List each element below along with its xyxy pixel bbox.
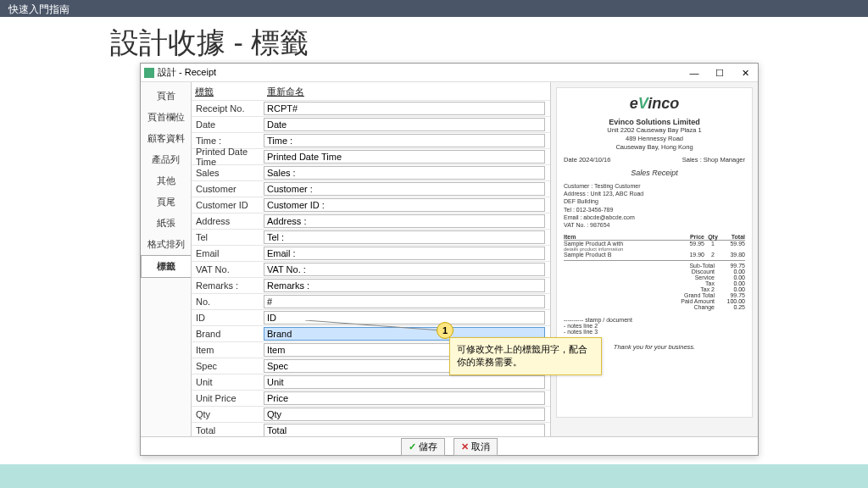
label-row: VAT No. bbox=[192, 262, 550, 278]
rename-input[interactable] bbox=[264, 182, 545, 196]
receipt-customer: Customer : Testing CustomerAddress : Uni… bbox=[564, 182, 745, 229]
sidenav-item-2[interactable]: 顧客資料 bbox=[141, 128, 191, 149]
row-label: Receipt No. bbox=[192, 103, 264, 114]
save-button[interactable]: 儲存 bbox=[401, 438, 445, 456]
label-row: Remarks : bbox=[192, 278, 550, 294]
sidenav-item-0[interactable]: 頁首 bbox=[141, 86, 191, 107]
label-row: Unit bbox=[192, 374, 550, 391]
sidenav-item-7[interactable]: 格式排列 bbox=[141, 234, 191, 255]
row-label: Email bbox=[192, 248, 264, 258]
rename-input[interactable] bbox=[264, 391, 545, 405]
rename-input[interactable] bbox=[264, 375, 545, 389]
window-controls: — ☐ ✕ bbox=[682, 64, 758, 82]
label-row: Tel bbox=[192, 230, 550, 246]
titlebar: 設計 - Receipt — ☐ ✕ bbox=[141, 64, 758, 82]
close-button[interactable]: ✕ bbox=[732, 64, 758, 82]
receipt-doc-title: Sales Receipt bbox=[564, 169, 745, 177]
guide-header: 快速入門指南 bbox=[0, 0, 868, 17]
label-row: Qty bbox=[192, 407, 550, 423]
rename-input[interactable] bbox=[264, 408, 545, 421]
window-title: 設計 - Receipt bbox=[158, 66, 754, 79]
row-label: Total bbox=[192, 425, 264, 435]
label-rows[interactable]: Receipt No.DateTime :Printed Date TimeSa… bbox=[192, 100, 550, 436]
row-label: Sales bbox=[192, 168, 264, 178]
row-label: Qty bbox=[192, 409, 264, 419]
receipt-address: Unit 2202 Causeway Bay Plaza 1 489 Henne… bbox=[564, 126, 745, 151]
row-label: Date bbox=[192, 119, 264, 130]
receipt-date-sales: Date 2024/10/16Sales : Shop Manager bbox=[564, 156, 745, 164]
callout-text: 可修改文件上的標籤用字，配合你的業務需要。 bbox=[449, 337, 602, 375]
row-label: Item bbox=[192, 345, 264, 355]
row-label: No. bbox=[192, 297, 264, 307]
receipt-totals: Sub-Total99.75Discount0.00Service0.00Tax… bbox=[564, 260, 745, 310]
page-title: 設計收據 - 標籤 bbox=[0, 17, 868, 68]
receipt-notes: ---------- stamp / document - notes line… bbox=[564, 317, 745, 335]
rename-input[interactable] bbox=[264, 166, 545, 180]
receipt-logo: eVinco bbox=[564, 95, 745, 113]
row-label: Customer bbox=[192, 184, 264, 194]
label-row: Customer ID bbox=[192, 197, 550, 214]
maximize-button[interactable]: ☐ bbox=[707, 64, 732, 82]
label-row: Customer bbox=[192, 181, 550, 197]
label-row: Address bbox=[192, 214, 550, 230]
sidenav-item-5[interactable]: 頁尾 bbox=[141, 191, 191, 213]
row-label: Customer ID bbox=[192, 200, 264, 210]
row-label: Unit bbox=[192, 377, 264, 387]
callout-marker-1: 1 bbox=[437, 322, 453, 339]
receipt-company: Evinco Solutions Limited bbox=[564, 118, 745, 126]
rename-input[interactable] bbox=[264, 424, 545, 436]
col-header-rename: 重新命名 bbox=[267, 86, 304, 98]
rename-input[interactable] bbox=[264, 247, 545, 260]
row-label: Time : bbox=[192, 136, 264, 146]
row-label: Spec bbox=[192, 361, 264, 371]
design-window: 設計 - Receipt — ☐ ✕ 頁首頁首欄位顧客資料產品列其他頁尾紙張格式… bbox=[140, 63, 759, 456]
rename-input[interactable] bbox=[264, 311, 545, 324]
minimize-button[interactable]: — bbox=[682, 64, 707, 82]
sidenav-item-8[interactable]: 標籤 bbox=[141, 255, 191, 278]
receipt-items-head: ItemPriceQtyTotal bbox=[564, 234, 745, 241]
bottom-bar: 儲存 取消 bbox=[141, 436, 758, 457]
receipt-items: Sample Product A with59.95159.95details … bbox=[564, 241, 745, 258]
rename-input[interactable] bbox=[264, 263, 545, 276]
rename-input[interactable] bbox=[264, 279, 545, 292]
row-label: Tel bbox=[192, 232, 264, 242]
label-row: Receipt No. bbox=[192, 101, 550, 117]
sidenav-item-6[interactable]: 紙張 bbox=[141, 213, 191, 234]
rename-input[interactable] bbox=[264, 230, 545, 244]
preview-pane: eVinco Evinco Solutions Limited Unit 220… bbox=[550, 82, 758, 436]
row-label: Brand bbox=[192, 329, 264, 339]
sidenav-item-1[interactable]: 頁首欄位 bbox=[141, 107, 191, 128]
rename-input[interactable] bbox=[264, 150, 545, 164]
label-row: No. bbox=[192, 294, 550, 310]
sidenav-item-3[interactable]: 產品列 bbox=[141, 149, 191, 170]
label-row: Email bbox=[192, 246, 550, 262]
sidenav-item-4[interactable]: 其他 bbox=[141, 170, 191, 191]
row-label: Printed Date Time bbox=[192, 147, 264, 167]
label-row: Total bbox=[192, 423, 550, 436]
label-row: Printed Date Time bbox=[192, 149, 550, 165]
row-label: Address bbox=[192, 216, 264, 226]
row-label: Remarks : bbox=[192, 280, 264, 291]
label-row: Sales bbox=[192, 165, 550, 181]
label-row: Date bbox=[192, 117, 550, 133]
row-label: ID bbox=[192, 313, 264, 323]
label-row: ID bbox=[192, 310, 550, 326]
rename-input[interactable] bbox=[264, 134, 545, 147]
app-icon bbox=[144, 68, 154, 78]
col-header-label: 標籤 bbox=[195, 86, 267, 98]
rename-input[interactable] bbox=[264, 102, 545, 115]
rename-input[interactable] bbox=[264, 214, 545, 228]
label-table-panel: 標籤 重新命名 Receipt No.DateTime :Printed Dat… bbox=[192, 82, 550, 436]
row-label: VAT No. bbox=[192, 264, 264, 274]
cancel-button[interactable]: 取消 bbox=[453, 438, 498, 456]
label-row: Unit Price bbox=[192, 391, 550, 407]
rename-input[interactable] bbox=[264, 198, 545, 212]
footer-band bbox=[0, 464, 868, 488]
rename-input[interactable] bbox=[264, 118, 545, 131]
rename-input[interactable] bbox=[264, 295, 545, 308]
row-label: Unit Price bbox=[192, 393, 264, 403]
side-nav: 頁首頁首欄位顧客資料產品列其他頁尾紙張格式排列標籤 bbox=[141, 82, 192, 436]
